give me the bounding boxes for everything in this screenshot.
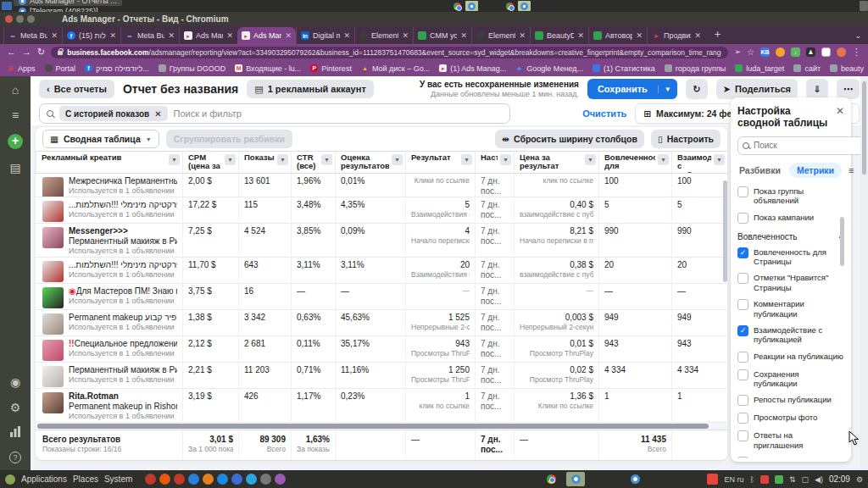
browser-tab[interactable]: Elementor | ✕	[471, 27, 530, 44]
taskbar-window-chromium2[interactable]	[626, 472, 644, 486]
checkbox[interactable]: ✓	[737, 352, 748, 363]
column-header[interactable]: Показы ▼	[238, 152, 291, 173]
browser-tab[interactable]: ∞ Meta Busine ✕	[3, 27, 62, 44]
metric-item[interactable]: ✓ Комментарии публикации ▲	[737, 296, 844, 322]
checkbox[interactable]: ✓	[737, 325, 748, 336]
column-header[interactable]: Настрой... ▼	[475, 152, 514, 173]
metric-item[interactable]: ✓ Вовлеченность ▲	[737, 227, 844, 244]
checkbox[interactable]: ✓	[737, 247, 748, 258]
bookmark-item[interactable]: ▸ (1) Ads Manag...	[439, 64, 506, 73]
launcher-icon[interactable]	[246, 474, 257, 485]
panel-applet-icon[interactable]	[2, 2, 12, 10]
column-header[interactable]: Вовлеченность для Страницы ▼	[598, 152, 671, 173]
tab-close-icon[interactable]: ✕	[694, 31, 701, 40]
filter-chip[interactable]: С историей показов✕	[59, 106, 168, 121]
browser-menu-icon[interactable]: ⋮	[852, 47, 861, 57]
reset-column-width-button[interactable]: ⇹Сбросить ширину столбцов	[495, 130, 644, 148]
share-button[interactable]: ➤Поделиться	[716, 79, 798, 99]
audience-icon[interactable]: ◉	[8, 375, 22, 389]
profile-avatar[interactable]	[837, 47, 846, 57]
table-horizontal-scrollbar[interactable]	[36, 423, 727, 430]
metric-item[interactable]: ✓ Посещения ▲	[737, 453, 844, 458]
checkbox[interactable]: ✓	[737, 273, 748, 284]
close-icon[interactable]: ✕	[836, 105, 844, 117]
table-row[interactable]: Перманентный макияж в Ришон ... Использу…	[36, 363, 727, 389]
menu-places[interactable]: Places	[73, 474, 98, 484]
column-header[interactable]: Взаимодействия с публикацией ▼	[671, 152, 727, 173]
keyboard-layout-indicator[interactable]: EN ru	[724, 475, 743, 484]
launcher-icon[interactable]	[231, 474, 242, 485]
maximize-window-icon[interactable]	[27, 15, 35, 23]
tab-close-icon[interactable]: ✕	[460, 31, 467, 40]
bluetooth-icon[interactable]: ᛒ	[750, 475, 754, 484]
table-row[interactable]: Messenger>>> Перманентный макияж в Ришон…	[36, 224, 727, 258]
create-icon[interactable]: +	[8, 134, 23, 149]
launcher-icon[interactable]	[174, 474, 185, 485]
table-vertical-scrollbar[interactable]	[722, 174, 727, 423]
tab-close-icon[interactable]: ✕	[285, 31, 292, 40]
metric-item[interactable]: ✓ Сохранения публикации ▲	[737, 366, 844, 392]
help-icon[interactable]: ?	[9, 452, 21, 463]
tab-close-icon[interactable]: ✕	[343, 31, 350, 40]
extension-icon[interactable]	[821, 47, 831, 57]
bookmark-item[interactable]: luda_target	[735, 64, 784, 73]
launcher-icon[interactable]	[188, 474, 199, 485]
tray-chrome-icon[interactable]	[504, 1, 516, 11]
window-list-item[interactable]: Ads Manager - Отчеты ...	[14, 0, 122, 6]
browser-tab[interactable]: ▸ Ads Manage ✕	[179, 27, 237, 44]
reload-icon[interactable]: ↻	[37, 47, 45, 57]
table-row[interactable]: ...גלל פרקטיקה מינימלי !!!השתלמות Исполь…	[36, 197, 727, 224]
column-sort-icon[interactable]: ▼	[321, 154, 332, 165]
tray-chromium-icon[interactable]	[518, 1, 531, 11]
panel-scrollbar[interactable]	[840, 217, 844, 266]
launcher-icon[interactable]	[260, 474, 271, 485]
checkbox[interactable]: ✓	[737, 413, 748, 424]
send-to-device-icon[interactable]: ➢	[734, 48, 741, 56]
column-header[interactable]: Цена за результат ▼	[514, 152, 598, 173]
launcher-icon[interactable]	[145, 474, 156, 485]
checkbox[interactable]: ✓	[737, 430, 748, 441]
new-tab-button[interactable]: ＋	[712, 26, 723, 42]
notification-icon[interactable]	[707, 474, 718, 485]
bookmark-item[interactable]: ⊞ Apps	[7, 64, 36, 73]
checkbox[interactable]: ✓	[737, 299, 748, 310]
column-sort-icon[interactable]: ▼	[714, 154, 725, 165]
bookmark-item[interactable]: M Входящие - lu...	[235, 64, 301, 73]
insights-chart-icon[interactable]	[8, 426, 22, 440]
search-filter-bar[interactable]: С историей показов✕ Поиск и фильтр	[39, 103, 510, 124]
column-sort-icon[interactable]: ▼	[169, 154, 180, 165]
checkbox[interactable]: ✓	[737, 213, 748, 224]
tab-close-icon[interactable]: ✕	[402, 31, 409, 40]
launcher-icon[interactable]	[203, 474, 214, 485]
more-options-button[interactable]: ⋯	[837, 79, 860, 99]
metric-item[interactable]: ✓ Показ группы объявлений ▲	[737, 183, 844, 209]
export-download-button[interactable]: ⇓	[806, 79, 828, 99]
browser-tab[interactable]: BeautyDM – ✕	[530, 27, 588, 44]
volume-icon[interactable]: ◀)	[815, 475, 823, 484]
page-scrollbar[interactable]	[860, 76, 868, 470]
taskbar-window-chromium[interactable]	[566, 472, 585, 486]
browser-tab[interactable]: Автоворон ✕	[588, 27, 647, 44]
metric-item[interactable]: ✓ Вовлеченность для Страницы ▲	[737, 244, 844, 270]
tab-close-icon[interactable]: ✕	[168, 31, 175, 40]
column-sort-icon[interactable]: ▼	[392, 154, 403, 165]
tab-close-icon[interactable]: ✕	[109, 31, 116, 40]
account-badge[interactable]: ▤1 рекламный аккаунт	[247, 80, 374, 98]
browser-tab[interactable]: ➤ Продвижен ✕	[647, 27, 705, 44]
browser-tab[interactable]: СММ услуги ✕	[413, 27, 471, 44]
bookmark-item[interactable]: f ליודמילה סמיק...	[85, 64, 149, 73]
extension-icon[interactable]	[776, 47, 785, 57]
sort-filter-icon[interactable]: ≡	[849, 165, 854, 175]
save-dropdown-icon[interactable]: ▼	[658, 86, 677, 93]
lock-icon[interactable]	[58, 51, 63, 55]
bookmark-item[interactable]: beauty	[830, 64, 864, 73]
bookmark-item[interactable]: ◆ Google Менед...	[515, 64, 583, 73]
taskbar-window-chrome[interactable]	[542, 472, 560, 486]
browser-tab[interactable]: f שמלות (15) ✕	[62, 27, 120, 44]
table-row[interactable]: ...גלל פרקטיקה מינימלי !!!השתלמות Исполь…	[36, 258, 727, 284]
launcher-icon[interactable]	[217, 474, 228, 485]
bookmark-item[interactable]: (1) Статистика	[593, 64, 655, 73]
clear-filters-link[interactable]: Очистить	[582, 108, 626, 119]
settings-gear-icon[interactable]: ⚙	[8, 401, 22, 414]
bookmark-item[interactable]: ▲ Мой диск – Go...	[361, 64, 430, 73]
